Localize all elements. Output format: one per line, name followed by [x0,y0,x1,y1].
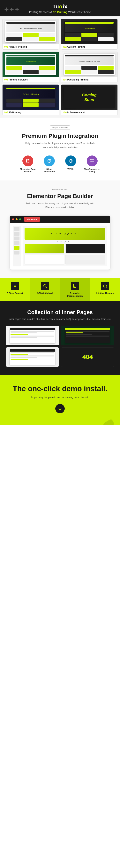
header-subtitle: Printing Services & 3D Printing WordPres… [4,10,116,14]
mock-hero: Printing Solutions [6,57,55,65]
el-sidebar-layout: Customized Packaging for Your Brand Your… [13,226,107,267]
el-content: Customized Packaging for Your Brand Your… [10,223,110,270]
el-sidebar [13,226,21,267]
demo-item-packaging[interactable]: Customized Packaging for Your Brand #04 … [61,52,118,83]
feature-seo: SEO Optimized [30,278,60,301]
el-sidebar-item[interactable] [14,232,19,236]
plugin-section: Fully Compatible Premium Plugin Integrat… [0,118,120,181]
demo-item-dev[interactable]: Coming Soon #06 In Development [61,84,118,115]
plugin-desc: Only the most suitable plugins are integ… [23,142,97,150]
el-main-content: Customized Packaging for Your Brand Your… [23,226,107,267]
script-decoration: ✦✦✦ [4,6,20,13]
demo-item-apparel[interactable]: Where Your Imagination Comes to Print #0… [2,19,59,50]
el-toolbar: elementor [10,216,110,223]
mock-cell-dark [65,33,81,37]
demo-item-3d[interactable]: The World of 3D Printing #05 3D Printing [2,84,59,115]
demo-grid: Where Your Imagination Comes to Print #0… [0,17,120,118]
woo-label: WooCommerceReady [84,168,100,173]
mini-line-green [10,359,28,360]
mock-page-dev: Coming Soon [64,87,115,108]
el-sidebar-item[interactable] [14,251,19,254]
slider-label: SliderRevolution [44,168,55,173]
mock-grid [6,99,55,107]
mock-cell-dark [23,70,39,74]
mock-header [65,22,113,24]
mini-page-contact [10,349,55,365]
inner-page-contact[interactable] [6,347,59,367]
theme-built-badge: Theme Built With [6,188,114,191]
mock-cell [39,103,55,107]
inner-page-services[interactable] [61,326,114,345]
mini-page-body [10,351,55,360]
el-dot-yellow [15,218,17,220]
mock-cell-dark [6,99,22,102]
slider-icon [44,155,55,166]
el-page-card [25,244,64,253]
el-sidebar-item[interactable] [14,241,19,245]
mock-cell [6,70,22,74]
demo-label-3d: #05 3D Printing [3,110,59,115]
demo-thumb-packaging: Customized Packaging for Your Brand [61,52,117,77]
mock-page-3d: The World of 3D Printing [5,87,56,108]
plugin-slider: SliderRevolution [41,155,58,173]
feature-docs: Extensive Documentation [60,278,90,301]
mock-cell [65,66,81,70]
mini-line-green [66,333,83,333]
mini-page-header [10,328,55,330]
mock-hero: Customized Packaging for Your Brand [65,57,113,65]
demo-item-services[interactable]: Printing Solutions #03 Printing Services [2,52,59,83]
demo-label-apparel: #01 Apparel Printing [3,44,59,50]
inner-pages-grid: 404 [6,326,114,367]
mini-line [10,355,54,356]
mock-page-services: Printing Solutions [5,54,56,75]
scroll-down-button[interactable] [55,404,65,413]
elementor-title: Elementor Page Builder [6,193,114,199]
demo-thumb-custom: Custom Printing [61,19,117,44]
mini-page-header [10,349,55,351]
mock-hero: Custom Printing [65,24,113,32]
el-sidebar-item[interactable] [14,237,19,241]
mock-cell-dark [97,70,113,74]
el-sidebar-item[interactable] [14,227,19,231]
elementor-logo: elementor [24,217,40,222]
plugin-woo: WooCommerceReady [83,155,101,173]
el-page-header: Customized Packaging for Your Brand [25,228,105,240]
mock-cell [39,70,55,74]
mock-cell-green [65,37,81,41]
demo-item-custom[interactable]: Custom Printing #02 Custom Printing [61,19,118,50]
mock-hero: The World of 3D Printing [6,90,55,98]
preview-sub: Your Packaging Partner [25,241,105,243]
mock-header [6,88,55,89]
mock-cell-green [23,103,39,107]
mock-cell-green [23,99,39,102]
wpml-icon [65,155,76,166]
mock-grid [65,66,113,74]
mock-grid [6,66,55,74]
wpml-label: WPML [68,168,74,170]
updates-icon [101,282,109,290]
mock-header [6,55,55,57]
feature-updates: Lifetime Updates [90,278,120,301]
elementor-preview: elementor Customized Packaging for Your … [9,215,111,270]
mini-page-services [65,328,110,343]
mini-line [66,331,109,332]
mock-cell [23,66,39,70]
demo-thumb-dev: Coming Soon [61,85,117,110]
mini-line [66,336,109,337]
plugin-elementor: Elementor PageBuilder [19,155,37,173]
mock-cell-green [97,66,113,70]
mini-line-green [10,334,28,335]
el-dot-green [19,218,21,220]
mini-line-short [66,334,92,335]
mock-header [65,55,113,57]
inner-page-404[interactable]: 404 [61,347,114,367]
logo-dot: o [59,3,63,9]
seo-icon [41,282,49,290]
mock-cell-dark [97,33,113,37]
inner-page-about[interactable] [6,326,59,345]
elementor-section: Theme Built With Elementor Page Builder … [0,181,120,278]
el-sidebar-item[interactable] [14,246,19,250]
el-page-card [25,255,64,265]
svg-rect-2 [28,160,30,161]
coming-soon-text: Coming Soon [82,93,96,102]
